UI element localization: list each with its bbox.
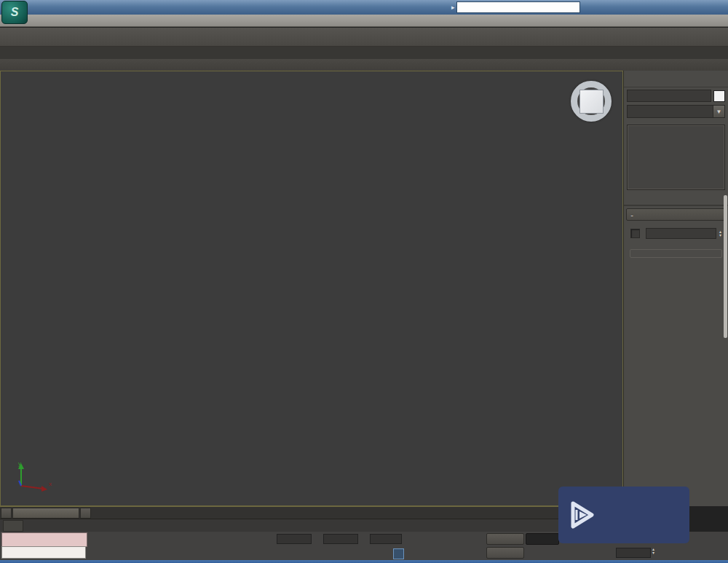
auto-key-button[interactable] xyxy=(486,533,524,545)
subobject-mode-row xyxy=(626,221,726,227)
previous-frame-button[interactable] xyxy=(1,508,12,519)
by-angle-checkbox[interactable] xyxy=(630,229,640,238)
svg-text:y: y xyxy=(18,460,21,467)
set-key-button[interactable] xyxy=(486,547,524,559)
maxscript-listener-line[interactable] xyxy=(1,546,86,559)
current-frame-field[interactable] xyxy=(616,548,651,558)
selected-mode-dropdown[interactable] xyxy=(526,533,559,545)
command-panel-tabs xyxy=(624,71,728,87)
selection-status-text xyxy=(626,261,726,268)
by-angle-row: ▴▾ xyxy=(626,227,726,240)
app-button[interactable]: S xyxy=(1,1,28,24)
modifier-stack[interactable] xyxy=(627,125,725,190)
modifier-list-dropdown[interactable]: ▼ xyxy=(627,105,725,118)
selection-rollout-header[interactable]: - xyxy=(626,208,726,221)
ribbon-tab-bar xyxy=(0,47,728,59)
time-tag-icon[interactable] xyxy=(393,548,404,559)
object-color-swatch[interactable] xyxy=(713,90,725,102)
viewport[interactable]: y x xyxy=(0,71,623,506)
ribbon-tool-bar xyxy=(0,59,728,71)
window-border-bottom xyxy=(0,560,728,563)
search-expand-icon[interactable]: ▸ xyxy=(451,4,455,11)
y-coordinate-field[interactable] xyxy=(323,534,358,544)
main-toolbar xyxy=(0,28,728,47)
maxscript-mini-listener[interactable] xyxy=(1,532,87,547)
preview-selection-group xyxy=(630,249,722,258)
time-slider xyxy=(0,506,623,519)
watermark xyxy=(558,487,689,543)
torus-rings-render xyxy=(1,71,622,505)
menu-bar xyxy=(0,15,728,27)
world-axis-gizmo: y x xyxy=(11,460,55,492)
z-coordinate-field[interactable] xyxy=(370,534,402,544)
edit-polygons-buttons xyxy=(624,268,728,271)
frame-spinner[interactable]: ▴▾ xyxy=(652,548,654,555)
watermark-play-logo xyxy=(566,497,598,532)
modifier-button-grid xyxy=(624,119,728,123)
title-bar: S ▸ xyxy=(0,0,728,15)
panel-scrollbar[interactable] xyxy=(724,195,727,338)
by-angle-spinner[interactable]: ▴▾ xyxy=(719,230,721,237)
svg-text:x: x xyxy=(49,481,52,487)
viewcube-top-face[interactable] xyxy=(579,90,604,114)
timeline-ruler[interactable] xyxy=(0,519,623,532)
viewcube[interactable] xyxy=(570,81,614,123)
command-panel: ▼ - ▴▾ xyxy=(623,71,728,506)
next-frame-button[interactable] xyxy=(80,508,91,519)
mini-curve-editor-button[interactable] xyxy=(3,520,23,532)
selection-rollout: - ▴▾ xyxy=(626,208,726,268)
stack-tools xyxy=(624,190,728,206)
x-coordinate-field[interactable] xyxy=(277,534,312,544)
search-input[interactable] xyxy=(456,1,580,13)
object-name-field[interactable] xyxy=(627,90,711,102)
by-angle-field[interactable] xyxy=(646,228,716,239)
chevron-down-icon[interactable]: ▼ xyxy=(713,106,724,117)
time-slider-thumb[interactable] xyxy=(12,508,79,519)
